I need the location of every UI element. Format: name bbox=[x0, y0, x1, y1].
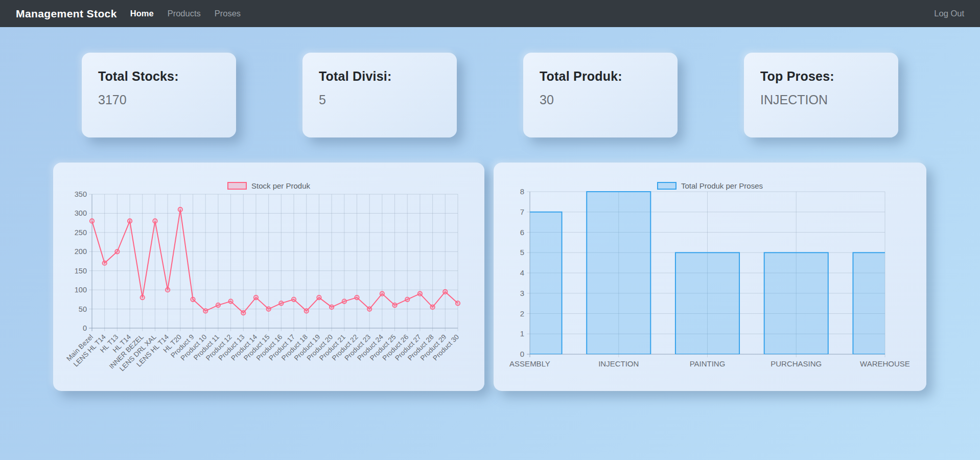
stat-value: 30 bbox=[540, 93, 661, 107]
charts-row: Stock per Produk 050100150200250300350Ma… bbox=[53, 163, 926, 391]
bar-chart-legend[interactable]: Total Produk per Proses bbox=[494, 181, 926, 190]
svg-text:2: 2 bbox=[520, 309, 524, 318]
stats-row: Total Stocks: 3170 Total Divisi: 5 Total… bbox=[82, 53, 898, 137]
svg-text:WAREHOUSE: WAREHOUSE bbox=[860, 359, 910, 368]
stat-label: Top Proses: bbox=[760, 69, 882, 84]
stat-card-total-produk: Total Produk: 30 bbox=[523, 53, 678, 137]
stat-value: 5 bbox=[319, 93, 440, 107]
nav-item-home[interactable]: Home bbox=[130, 9, 154, 18]
svg-text:6: 6 bbox=[520, 228, 524, 237]
dashboard: Total Stocks: 3170 Total Divisi: 5 Total… bbox=[0, 53, 980, 391]
bar-legend-label: Total Produk per Proses bbox=[681, 181, 763, 190]
stat-label: Total Produk: bbox=[540, 69, 661, 84]
stat-card-top-proses: Top Proses: INJECTION bbox=[744, 53, 898, 137]
svg-text:100: 100 bbox=[75, 286, 87, 294]
svg-text:0: 0 bbox=[83, 324, 87, 332]
logout-link[interactable]: Log Out bbox=[934, 9, 964, 18]
stat-label: Total Divisi: bbox=[319, 69, 440, 84]
stat-label: Total Stocks: bbox=[98, 69, 220, 84]
svg-text:1: 1 bbox=[520, 329, 524, 338]
svg-text:150: 150 bbox=[75, 267, 87, 275]
svg-text:ASSEMBLY: ASSEMBLY bbox=[509, 359, 550, 368]
line-chart-card: Stock per Produk 050100150200250300350Ma… bbox=[53, 163, 484, 391]
svg-text:0: 0 bbox=[520, 350, 524, 358]
svg-text:350: 350 bbox=[75, 190, 87, 198]
svg-text:7: 7 bbox=[520, 208, 524, 216]
bar-legend-swatch bbox=[657, 182, 676, 190]
line-chart: 050100150200250300350Main BezelLENS HL T… bbox=[53, 163, 484, 391]
svg-text:INJECTION: INJECTION bbox=[598, 359, 639, 368]
bar-chart: 012345678ASSEMBLYINJECTIONPAINTINGPURCHA… bbox=[494, 163, 926, 391]
stat-value: 3170 bbox=[98, 93, 220, 107]
svg-text:50: 50 bbox=[79, 305, 87, 313]
navbar: Management Stock Home Products Proses Lo… bbox=[0, 0, 980, 27]
svg-text:4: 4 bbox=[520, 268, 524, 277]
line-chart-legend[interactable]: Stock per Produk bbox=[53, 181, 484, 190]
line-legend-label: Stock per Produk bbox=[251, 181, 310, 190]
svg-text:300: 300 bbox=[75, 209, 87, 217]
svg-text:5: 5 bbox=[520, 248, 524, 257]
svg-text:PURCHASING: PURCHASING bbox=[771, 359, 822, 368]
svg-text:PAINTING: PAINTING bbox=[690, 359, 726, 368]
nav-links: Home Products Proses bbox=[130, 9, 241, 18]
line-legend-swatch bbox=[227, 182, 247, 190]
stat-card-total-stocks: Total Stocks: 3170 bbox=[82, 53, 236, 137]
svg-text:3: 3 bbox=[520, 289, 524, 297]
stat-card-total-divisi: Total Divisi: 5 bbox=[302, 53, 457, 137]
app-brand: Management Stock bbox=[16, 8, 117, 20]
nav-item-products[interactable]: Products bbox=[168, 9, 201, 18]
nav-item-proses[interactable]: Proses bbox=[215, 9, 241, 18]
svg-text:250: 250 bbox=[75, 228, 87, 237]
bar-chart-card: Total Produk per Proses 012345678ASSEMBL… bbox=[494, 163, 926, 391]
svg-text:200: 200 bbox=[75, 247, 87, 256]
stat-value: INJECTION bbox=[760, 93, 882, 107]
